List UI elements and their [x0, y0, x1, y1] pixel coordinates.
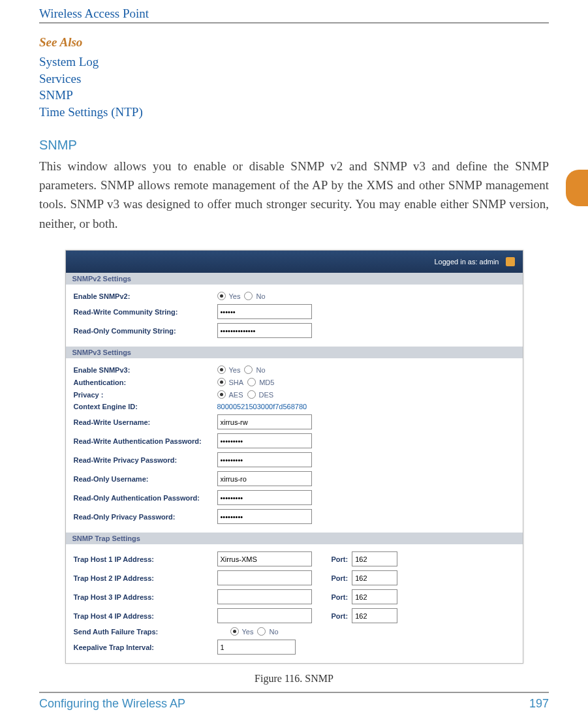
band-trap: SNMP Trap Settings — [66, 533, 523, 544]
ro-priv-pw-input[interactable] — [217, 509, 312, 524]
rw-community-input[interactable] — [217, 304, 312, 319]
link-snmp[interactable]: SNMP — [39, 87, 549, 104]
ro-auth-pw-input[interactable] — [217, 490, 312, 505]
context-engine-label: Context Engine ID: — [74, 403, 217, 410]
trap-host-1-port-input[interactable] — [352, 551, 397, 566]
trap-host-4-port-label: Port: — [332, 612, 348, 620]
thumb-tab-icon — [566, 170, 588, 206]
enable-snmpv2-label: Enable SNMPv2: — [74, 292, 217, 300]
snmpv3-yes-radio[interactable]: Yes — [217, 365, 241, 374]
trap-host-2-port-label: Port: — [332, 574, 348, 582]
band-snmpv2: SNMPv2 Settings — [66, 273, 523, 285]
snmpv2-no-radio[interactable]: No — [244, 292, 265, 300]
trap-host-2-ip-input[interactable] — [217, 570, 312, 585]
keepalive-label: Keepalive Trap Interval: — [74, 643, 217, 651]
link-time-settings[interactable]: Time Settings (NTP) — [39, 104, 549, 121]
rw-username-label: Read-Write Username: — [74, 418, 217, 426]
rw-username-input[interactable] — [217, 414, 312, 429]
footer-section: Configuring the Wireless AP — [39, 697, 185, 711]
send-auth-fail-label: Send Auth Failure Traps: — [74, 628, 217, 636]
trap-host-1-ip-input[interactable] — [217, 551, 312, 566]
figure-snmp-screenshot: Logged in as: admin SNMPv2 Settings Enab… — [65, 250, 523, 664]
ro-username-input[interactable] — [217, 471, 312, 486]
trap-host-4-label: Trap Host 4 IP Address: — [74, 612, 217, 620]
ro-username-label: Read-Only Username: — [74, 475, 217, 483]
rw-priv-pw-label: Read-Write Privacy Password: — [74, 456, 217, 464]
ro-auth-pw-label: Read-Only Authentication Password: — [74, 494, 217, 502]
trap-host-3-port-label: Port: — [332, 593, 348, 601]
footer-page-number: 197 — [529, 697, 549, 711]
logged-in-label: Logged in as: admin — [434, 258, 499, 266]
snmpv2-yes-radio[interactable]: Yes — [217, 292, 241, 300]
auth-md5-radio[interactable]: MD5 — [247, 378, 274, 386]
trap-host-2-label: Trap Host 2 IP Address: — [74, 574, 217, 582]
ro-community-label: Read-Only Community String: — [74, 327, 217, 335]
titlebar-badge-icon — [506, 257, 515, 266]
trap-host-3-ip-input[interactable] — [217, 589, 312, 604]
rw-priv-pw-input[interactable] — [217, 452, 312, 467]
send-fail-no-radio[interactable]: No — [257, 627, 278, 636]
trap-host-1-port-label: Port: — [332, 555, 348, 563]
auth-sha-radio[interactable]: SHA — [217, 378, 244, 386]
privacy-label: Privacy : — [74, 391, 217, 399]
trap-host-4-ip-input[interactable] — [217, 608, 312, 623]
trap-host-1-label: Trap Host 1 IP Address: — [74, 555, 217, 563]
rw-auth-pw-label: Read-Write Authentication Password: — [74, 437, 217, 445]
trap-host-3-port-input[interactable] — [352, 589, 397, 604]
snmpv3-no-radio[interactable]: No — [244, 365, 265, 374]
keepalive-input[interactable] — [217, 640, 296, 655]
rw-community-label: Read-Write Community String: — [74, 308, 217, 316]
trap-host-4-port-input[interactable] — [352, 608, 397, 623]
auth-label: Authentication: — [74, 379, 217, 386]
context-engine-value: 80000521503000f7d568780 — [217, 403, 307, 410]
send-fail-yes-radio[interactable]: Yes — [230, 627, 254, 636]
figure-titlebar: Logged in as: admin — [66, 251, 523, 273]
trap-host-3-label: Trap Host 3 IP Address: — [74, 593, 217, 601]
link-services[interactable]: Services — [39, 70, 549, 87]
ro-priv-pw-label: Read-Only Privacy Password: — [74, 513, 217, 521]
section-heading-snmp: SNMP — [39, 138, 549, 153]
enable-snmpv3-label: Enable SNMPv3: — [74, 366, 217, 374]
see-also-heading: See Also — [39, 35, 549, 50]
link-system-log[interactable]: System Log — [39, 54, 549, 70]
trap-host-2-port-input[interactable] — [352, 570, 397, 585]
priv-des-radio[interactable]: DES — [247, 390, 274, 399]
priv-aes-radio[interactable]: AES — [217, 390, 243, 399]
ro-community-input[interactable] — [217, 323, 312, 338]
band-snmpv3: SNMPv3 Settings — [66, 347, 523, 358]
section-body: This window allows you to enable or disa… — [39, 157, 549, 234]
running-head: Wireless Access Point — [39, 7, 549, 23]
figure-caption: Figure 116. SNMP — [39, 673, 549, 685]
rw-auth-pw-input[interactable] — [217, 433, 312, 448]
